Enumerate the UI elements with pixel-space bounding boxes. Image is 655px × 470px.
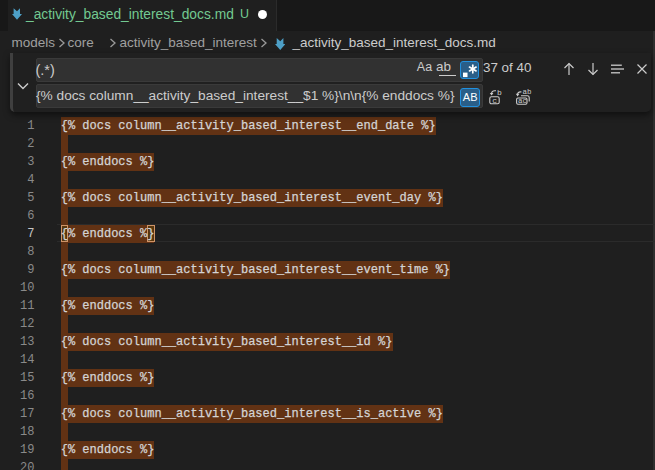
svg-text:ab: ab — [522, 89, 531, 96]
svg-text:ac: ac — [518, 97, 527, 105]
svg-text:b: b — [497, 89, 502, 97]
svg-text:c: c — [492, 95, 497, 104]
